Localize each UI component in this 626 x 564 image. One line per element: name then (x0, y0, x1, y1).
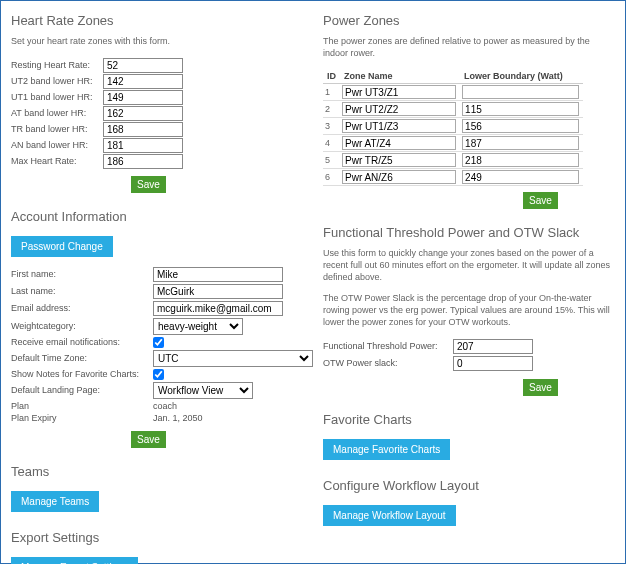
pz-lb-input[interactable] (462, 170, 579, 184)
manage-wf-button[interactable]: Manage Workflow Layout (323, 505, 456, 526)
email-label: Email address: (11, 303, 153, 313)
hr-row-input[interactable] (103, 106, 183, 121)
pz-row-id: 5 (323, 152, 340, 169)
export-title: Export Settings (11, 530, 313, 545)
expiry-label: Plan Expiry (11, 413, 153, 423)
notes-checkbox[interactable] (153, 369, 164, 380)
pz-name-input[interactable] (342, 119, 456, 133)
ftp-label: Functional Threshold Power: (323, 341, 453, 351)
pz-row-id: 2 (323, 101, 340, 118)
weight-select[interactable]: heavy-weight (153, 318, 243, 335)
pz-save-button[interactable]: Save (523, 192, 558, 209)
pz-desc: The power zones are defined relative to … (323, 36, 615, 59)
slack-label: OTW Power slack: (323, 358, 453, 368)
hr-row: UT2 band lower HR: (11, 74, 313, 89)
hr-row-input[interactable] (103, 90, 183, 105)
pz-title: Power Zones (323, 13, 615, 28)
pz-lb-input[interactable] (462, 102, 579, 116)
pz-lb-input[interactable] (462, 153, 579, 167)
tz-label: Default Time Zone: (11, 353, 153, 363)
wf-title: Configure Workflow Layout (323, 478, 615, 493)
pz-row-id: 1 (323, 84, 340, 101)
pz-th-name: Zone Name (340, 69, 460, 84)
landing-select[interactable]: Workflow View (153, 382, 253, 399)
pz-lb-input[interactable] (462, 85, 579, 99)
hr-row: UT1 band lower HR: (11, 90, 313, 105)
ftp-desc1: Use this form to quickly change your zon… (323, 248, 615, 283)
ftp-section: Functional Threshold Power and OTW Slack… (323, 221, 615, 403)
heart-rate-section: Heart Rate Zones Set your heart rate zon… (11, 9, 313, 201)
hr-row-label: TR band lower HR: (11, 124, 103, 134)
hr-row: Resting Heart Rate: (11, 58, 313, 73)
teams-section: Teams Manage Teams (11, 460, 313, 522)
hr-row-label: Max Heart Rate: (11, 156, 103, 166)
hr-row-input[interactable] (103, 74, 183, 89)
last-name-input[interactable] (153, 284, 283, 299)
last-name-label: Last name: (11, 286, 153, 296)
plan-value: coach (153, 401, 177, 411)
right-column: Power Zones The power zones are defined … (323, 9, 615, 555)
hr-row: TR band lower HR: (11, 122, 313, 137)
tz-select[interactable]: UTC (153, 350, 313, 367)
pz-name-input[interactable] (342, 153, 456, 167)
hr-row: Max Heart Rate: (11, 154, 313, 169)
hr-row-input[interactable] (103, 122, 183, 137)
pz-name-input[interactable] (342, 170, 456, 184)
pz-name-input[interactable] (342, 85, 456, 99)
account-section: Account Information Password Change Firs… (11, 205, 313, 456)
first-name-input[interactable] (153, 267, 283, 282)
pz-lb-input[interactable] (462, 119, 579, 133)
manage-fav-button[interactable]: Manage Favorite Charts (323, 439, 450, 460)
pz-lb-input[interactable] (462, 136, 579, 150)
hr-title: Heart Rate Zones (11, 13, 313, 28)
pz-name-input[interactable] (342, 102, 456, 116)
hr-row-label: UT1 band lower HR: (11, 92, 103, 102)
pz-name-input[interactable] (342, 136, 456, 150)
pz-th-id: ID (323, 69, 340, 84)
hr-row-input[interactable] (103, 154, 183, 169)
pz-row: 4 (323, 135, 583, 152)
pz-row: 5 (323, 152, 583, 169)
ftp-title: Functional Threshold Power and OTW Slack (323, 225, 615, 240)
notes-label: Show Notes for Favorite Charts: (11, 369, 153, 379)
left-column: Heart Rate Zones Set your heart rate zon… (11, 9, 313, 555)
account-save-button[interactable]: Save (131, 431, 166, 448)
ftp-input[interactable] (453, 339, 533, 354)
plan-label: Plan (11, 401, 153, 411)
pz-row-id: 6 (323, 169, 340, 186)
hr-row-label: UT2 band lower HR: (11, 76, 103, 86)
password-change-button[interactable]: Password Change (11, 236, 113, 257)
hr-row-label: Resting Heart Rate: (11, 60, 103, 70)
first-name-label: First name: (11, 269, 153, 279)
power-zones-section: Power Zones The power zones are defined … (323, 9, 615, 217)
fav-section: Favorite Charts Manage Favorite Charts (323, 408, 615, 470)
export-section: Export Settings Manage Export Settings (11, 526, 313, 564)
ftp-desc2: The OTW Power Slack is the percentage dr… (323, 293, 615, 328)
recv-checkbox[interactable] (153, 337, 164, 348)
pz-row: 3 (323, 118, 583, 135)
pz-row: 6 (323, 169, 583, 186)
hr-row-input[interactable] (103, 58, 183, 73)
hr-row: AN band lower HR: (11, 138, 313, 153)
weight-label: Weightcategory: (11, 321, 153, 331)
hr-form: Resting Heart Rate:UT2 band lower HR:UT1… (11, 58, 313, 169)
pz-row: 2 (323, 101, 583, 118)
landing-label: Default Landing Page: (11, 385, 153, 395)
recv-label: Receive email notifications: (11, 337, 153, 347)
hr-desc: Set your heart rate zones with this form… (11, 36, 313, 48)
manage-teams-button[interactable]: Manage Teams (11, 491, 99, 512)
hr-row: AT band lower HR: (11, 106, 313, 121)
pz-table: ID Zone Name Lower Boundary (Watt) 12345… (323, 69, 583, 186)
slack-input[interactable] (453, 356, 533, 371)
pz-row-id: 3 (323, 118, 340, 135)
pz-row: 1 (323, 84, 583, 101)
manage-export-button[interactable]: Manage Export Settings (11, 557, 138, 564)
ftp-save-button[interactable]: Save (523, 379, 558, 396)
wf-section: Configure Workflow Layout Manage Workflo… (323, 474, 615, 536)
hr-row-input[interactable] (103, 138, 183, 153)
hr-save-button[interactable]: Save (131, 176, 166, 193)
email-input[interactable] (153, 301, 283, 316)
hr-row-label: AN band lower HR: (11, 140, 103, 150)
account-title: Account Information (11, 209, 313, 224)
teams-title: Teams (11, 464, 313, 479)
